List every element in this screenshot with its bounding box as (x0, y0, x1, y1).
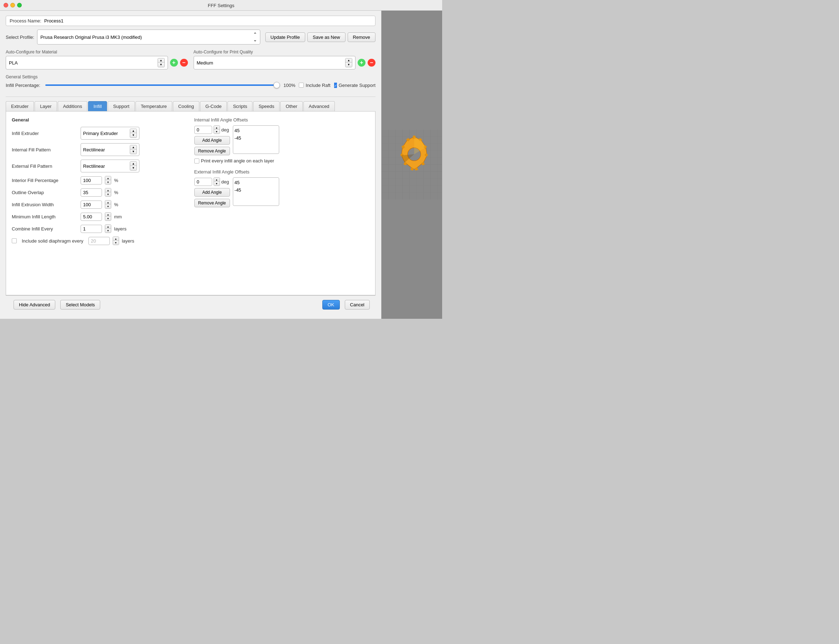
interior-fill-pct-up[interactable]: ▲ (105, 176, 111, 180)
solid-diaphragm-checkbox[interactable] (12, 238, 17, 243)
quality-add-button[interactable]: + (358, 59, 366, 67)
internal-add-angle-button[interactable]: Add Angle (195, 136, 230, 145)
external-fill-pattern-dropdown[interactable]: Rectilinear ▲ ▼ (81, 159, 139, 172)
solid-diaphragm-up[interactable]: ▲ (113, 237, 119, 241)
internal-angle-down[interactable]: ▼ (214, 130, 220, 133)
min-infill-length-down[interactable]: ▼ (105, 217, 111, 220)
tab-extruder[interactable]: Extruder (6, 101, 34, 111)
include-raft-label[interactable]: Include Raft (299, 83, 330, 88)
combine-infill-row: Combine Infill Every ▲ ▼ layers (12, 224, 187, 233)
general-section-title: General (12, 117, 187, 123)
quality-up-arrow[interactable]: ▲ (346, 58, 352, 63)
min-infill-length-up[interactable]: ▲ (105, 213, 111, 217)
maximize-button[interactable] (17, 3, 22, 8)
combine-infill-up[interactable]: ▲ (105, 225, 111, 229)
profile-dropdown[interactable]: Prusa Research Original Prusa i3 MK3 (mo… (37, 30, 260, 44)
auto-configure-quality-label: Auto-Configure for Print Quality (194, 49, 376, 54)
divider (6, 97, 376, 97)
tab-temperature[interactable]: Temperature (135, 101, 172, 111)
print-every-angle-label[interactable]: Print every infill angle on each layer (195, 158, 370, 164)
material-down-arrow[interactable]: ▼ (158, 63, 164, 67)
tab-speeds[interactable]: Speeds (253, 101, 280, 111)
solid-diaphragm-input[interactable] (89, 237, 110, 245)
tab-support[interactable]: Support (108, 101, 135, 111)
print-every-angle-checkbox[interactable] (195, 158, 199, 164)
outline-overlap-input[interactable] (81, 189, 102, 197)
tab-other[interactable]: Other (280, 101, 303, 111)
outline-overlap-down[interactable]: ▼ (105, 192, 111, 196)
interior-fill-pct-down[interactable]: ▼ (105, 180, 111, 184)
auto-configure-quality-row: Medium ▲ ▼ + − (194, 56, 376, 69)
internal-angle-input[interactable] (195, 126, 212, 134)
tab-scripts[interactable]: Scripts (227, 101, 252, 111)
external-angle-up[interactable]: ▲ (214, 178, 220, 182)
minimize-button[interactable] (10, 3, 15, 8)
dropdown-arrow-icon: ⌃⌄ (253, 32, 257, 43)
external-angle-section: External Infill Angle Offsets ▲ ▼ deg (195, 169, 370, 207)
dialog-panel: Process Name: Select Profile: Prusa Rese… (0, 11, 382, 319)
list-item: -45 (235, 187, 277, 194)
save-as-new-button[interactable]: Save as New (307, 33, 346, 42)
interior-fill-pct-input[interactable] (81, 176, 102, 184)
infill-extruder-down[interactable]: ▼ (130, 133, 137, 138)
generate-support-label[interactable]: Generate Support (334, 83, 376, 88)
infill-extrusion-width-down[interactable]: ▼ (105, 204, 111, 209)
material-stepper: ▲ ▼ (158, 58, 165, 67)
external-fill-up[interactable]: ▲ (130, 162, 137, 166)
tab-infill[interactable]: Infill (88, 101, 107, 111)
tab-additions[interactable]: Additions (58, 101, 87, 111)
material-value: PLA (9, 60, 18, 66)
infill-slider[interactable] (45, 84, 280, 86)
infill-extruder-dropdown[interactable]: Primary Extruder ▲ ▼ (81, 127, 139, 140)
combine-infill-input[interactable] (81, 225, 102, 233)
quality-remove-button[interactable]: − (368, 59, 376, 67)
include-raft-checkbox[interactable] (299, 83, 304, 88)
external-angle-input[interactable] (195, 178, 212, 186)
external-remove-angle-button[interactable]: Remove Angle (195, 199, 230, 207)
infill-extrusion-width-label: Infill Extrusion Width (12, 202, 78, 207)
external-angle-down[interactable]: ▼ (214, 182, 220, 186)
tab-layer[interactable]: Layer (35, 101, 57, 111)
remove-button[interactable]: Remove (348, 33, 376, 42)
internal-fill-down[interactable]: ▼ (130, 150, 137, 154)
material-up-arrow[interactable]: ▲ (158, 58, 164, 63)
internal-angle-title: Internal Infill Angle Offsets (195, 117, 370, 123)
external-deg-label: deg (221, 179, 229, 184)
hide-advanced-button[interactable]: Hide Advanced (13, 300, 55, 309)
update-profile-button[interactable]: Update Profile (265, 33, 305, 42)
process-name-row: Process Name: (6, 16, 376, 26)
solid-diaphragm-down[interactable]: ▼ (113, 241, 119, 245)
min-infill-length-input[interactable] (81, 213, 102, 221)
infill-extrusion-width-up[interactable]: ▲ (105, 200, 111, 204)
generate-support-checkbox[interactable] (334, 83, 337, 88)
infill-extruder-up[interactable]: ▲ (130, 129, 137, 133)
external-fill-down[interactable]: ▼ (130, 166, 137, 170)
infill-extrusion-width-input[interactable] (81, 200, 102, 209)
quality-down-arrow[interactable]: ▼ (346, 63, 352, 67)
auto-configure-material-group: Auto-Configure for Material PLA ▲ ▼ + − (6, 49, 188, 69)
process-name-input[interactable] (44, 18, 371, 23)
ok-button[interactable]: OK (322, 300, 340, 309)
material-remove-button[interactable]: − (180, 59, 188, 67)
cancel-button[interactable]: Cancel (345, 300, 370, 309)
tab-advanced[interactable]: Advanced (303, 101, 335, 111)
tab-cooling[interactable]: Cooling (173, 101, 199, 111)
external-angle-title: External Infill Angle Offsets (195, 169, 370, 174)
combine-infill-down[interactable]: ▼ (105, 229, 111, 233)
tab-gcode[interactable]: G-Code (200, 101, 227, 111)
internal-remove-angle-button[interactable]: Remove Angle (195, 147, 230, 155)
external-add-angle-button[interactable]: Add Angle (195, 188, 230, 197)
infill-slider-container (45, 82, 280, 89)
material-select[interactable]: PLA ▲ ▼ (6, 56, 168, 69)
internal-angle-stepper: ▲ ▼ (214, 125, 220, 134)
material-add-button[interactable]: + (170, 59, 178, 67)
auto-configure-section: Auto-Configure for Material PLA ▲ ▼ + − … (6, 49, 376, 69)
internal-angle-up[interactable]: ▲ (214, 126, 220, 130)
outline-overlap-up[interactable]: ▲ (105, 189, 111, 192)
internal-fill-up[interactable]: ▲ (130, 145, 137, 150)
select-models-button[interactable]: Select Models (60, 300, 100, 309)
quality-select[interactable]: Medium ▲ ▼ (194, 56, 356, 69)
interior-fill-pct-unit: % (114, 178, 119, 183)
internal-fill-pattern-dropdown[interactable]: Rectilinear ▲ ▼ (81, 143, 139, 156)
close-button[interactable] (3, 3, 8, 8)
